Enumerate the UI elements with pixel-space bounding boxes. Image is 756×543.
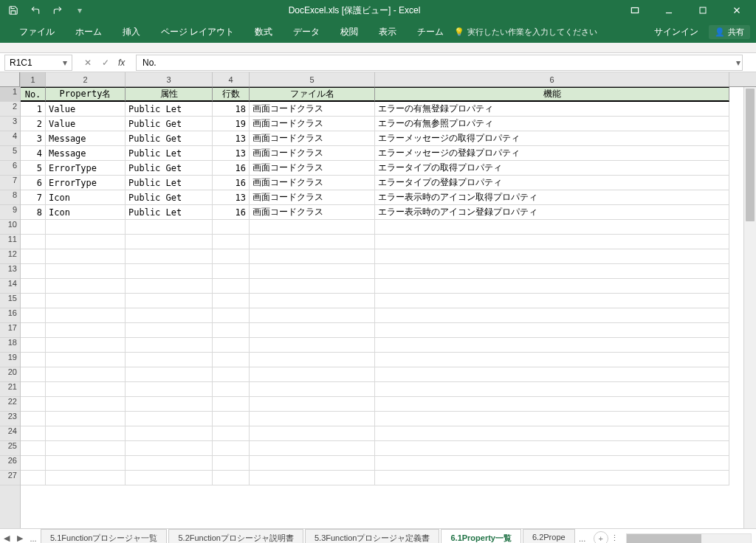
cell[interactable]: 13 [213,146,250,161]
cell[interactable] [375,338,729,353]
cell[interactable] [21,426,46,441]
cell[interactable] [250,249,375,264]
cell[interactable] [213,412,250,426]
cell[interactable]: 7 [21,190,46,205]
cell[interactable] [46,353,126,367]
tab-file[interactable]: ファイル [9,21,65,43]
tab-insert[interactable]: 挿入 [112,21,151,43]
horizontal-scrollbar-thumb[interactable] [627,534,701,543]
cell[interactable] [375,441,729,456]
row-header[interactable]: 14 [0,279,20,294]
cell[interactable] [250,441,375,456]
cell[interactable] [213,308,250,323]
row-header[interactable]: 22 [0,397,20,412]
cell[interactable] [250,264,375,279]
cell[interactable] [250,235,375,249]
cell[interactable]: Public Let [126,102,213,117]
accept-formula-button[interactable]: ✓ [100,58,111,68]
row-header[interactable]: 3 [0,117,20,131]
cell[interactable] [46,397,126,412]
cell[interactable]: ErrorType [46,161,126,176]
cancel-formula-button[interactable]: ✕ [83,58,93,68]
cell[interactable] [213,235,250,249]
cell[interactable] [375,235,729,249]
cell[interactable]: エラータイプの取得プロパティ [375,161,729,176]
cell[interactable] [375,397,729,412]
row-header[interactable]: 25 [0,441,20,456]
cell[interactable] [126,308,213,323]
cell[interactable] [250,220,375,235]
row-header[interactable]: 27 [0,471,20,485]
cell[interactable] [213,441,250,456]
cell[interactable] [21,220,46,235]
row-header[interactable]: 16 [0,308,20,323]
tab-home[interactable]: ホーム [65,21,112,43]
cell[interactable] [375,471,729,485]
cell[interactable] [21,471,46,485]
column-header[interactable]: 5 [250,72,375,86]
cell[interactable] [213,353,250,367]
cell[interactable] [46,294,126,308]
cell[interactable]: 機能 [375,87,729,102]
cell[interactable]: Value [46,102,126,117]
cell[interactable]: 画面コードクラス [250,190,375,205]
cell[interactable]: 画面コードクラス [250,161,375,176]
cell[interactable]: Public Get [126,131,213,146]
tab-data[interactable]: データ [283,21,330,43]
redo-button[interactable] [47,1,68,19]
cell[interactable] [126,249,213,264]
cell[interactable]: 3 [21,131,46,146]
sheet-tab[interactable]: 5.2Functionプロシージャ説明書 [168,529,303,544]
cell[interactable]: 6 [21,176,46,190]
cell[interactable] [375,353,729,367]
cell[interactable]: 属性 [126,87,213,102]
cell[interactable] [126,338,213,353]
cell[interactable] [46,264,126,279]
cell[interactable]: 16 [213,161,250,176]
row-header[interactable]: 15 [0,294,20,308]
cell[interactable] [375,426,729,441]
cell[interactable]: 画面コードクラス [250,102,375,117]
cell[interactable] [21,397,46,412]
cell[interactable] [375,382,729,397]
cell[interactable] [213,249,250,264]
cell[interactable]: エラーメッセージの取得プロパティ [375,131,729,146]
cell[interactable]: Public Let [126,205,213,220]
cell[interactable] [250,353,375,367]
cell[interactable]: Property名 [46,87,126,102]
cell[interactable] [126,441,213,456]
cell[interactable] [250,471,375,485]
cell[interactable] [375,456,729,471]
row-header[interactable]: 9 [0,205,20,220]
cell[interactable] [46,308,126,323]
cell[interactable]: ErrorType [46,176,126,190]
cell[interactable] [126,235,213,249]
tab-view[interactable]: 表示 [368,21,407,43]
cell[interactable] [21,235,46,249]
cell[interactable]: Public Let [126,146,213,161]
horizontal-scrollbar[interactable] [626,533,752,544]
name-box-dropdown-icon[interactable]: ▾ [60,57,70,69]
cell[interactable] [250,308,375,323]
cell[interactable] [213,367,250,382]
cell[interactable] [250,323,375,338]
cell[interactable] [375,412,729,426]
row-header[interactable]: 7 [0,176,20,190]
cell[interactable] [375,294,729,308]
row-header[interactable]: 12 [0,249,20,264]
column-header[interactable]: 1 [21,72,46,86]
cell[interactable] [46,323,126,338]
formula-expand-icon[interactable]: ▾ [736,58,740,68]
cell[interactable] [213,220,250,235]
vertical-scrollbar-thumb[interactable] [746,89,755,221]
row-header[interactable]: 23 [0,412,20,426]
row-header[interactable]: 26 [0,456,20,471]
row-header[interactable]: 19 [0,353,20,367]
cell[interactable] [21,308,46,323]
cell[interactable] [46,338,126,353]
tab-nav-prev[interactable]: ◀ [0,533,13,543]
row-header[interactable]: 20 [0,367,20,382]
tab-nav-next[interactable]: ▶ [13,533,27,543]
save-button[interactable] [3,1,24,19]
cell[interactable]: Icon [46,190,126,205]
